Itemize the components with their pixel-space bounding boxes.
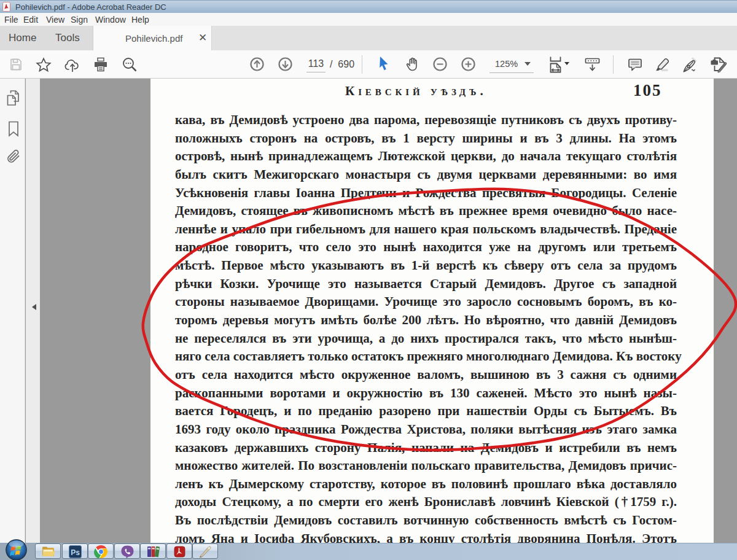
svg-text:Ps: Ps (71, 548, 80, 557)
